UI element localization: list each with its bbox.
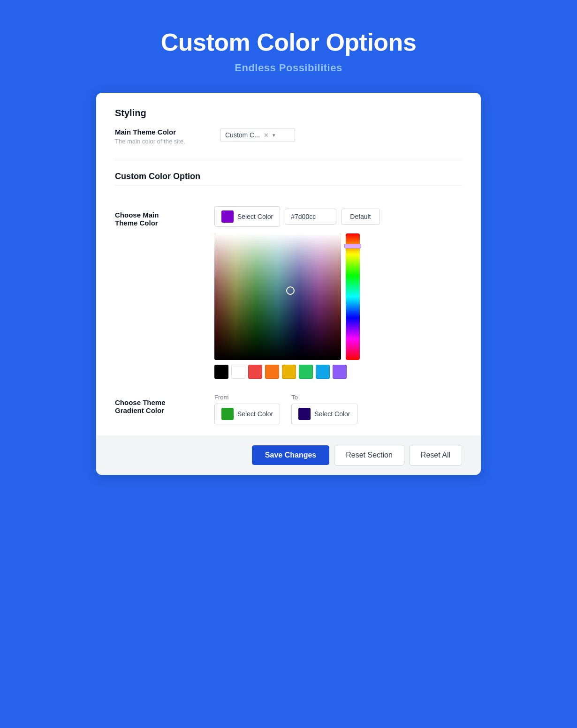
from-color-swatch (221, 408, 234, 420)
gradient-black-layer (214, 233, 341, 360)
save-changes-button[interactable]: Save Changes (252, 445, 329, 465)
gradient-from-group: From Select Color (214, 394, 280, 424)
reset-all-button[interactable]: Reset All (409, 445, 462, 465)
reset-section-button[interactable]: Reset Section (334, 445, 404, 465)
color-swatches (214, 365, 462, 379)
swatch-orange[interactable] (265, 365, 279, 379)
swatch-white[interactable] (231, 365, 245, 379)
gradient-bg (214, 233, 341, 360)
to-btn-label: Select Color (314, 410, 350, 418)
main-theme-color-row: Choose Main Theme Color Select Color Def… (115, 206, 462, 379)
settings-card: Styling Main Theme Color The main color … (96, 93, 481, 475)
gradient-canvas[interactable] (214, 233, 341, 360)
styling-section: Styling Main Theme Color The main color … (115, 108, 462, 149)
swatch-blue[interactable] (316, 365, 330, 379)
swatch-yellow[interactable] (282, 365, 296, 379)
gradient-to-label: To (291, 394, 357, 401)
theme-color-select[interactable]: Custom C... ✕ ▾ (220, 128, 295, 142)
chevron-down-icon[interactable]: ▾ (273, 132, 275, 138)
hue-slider[interactable] (346, 233, 360, 360)
card-body: Styling Main Theme Color The main color … (96, 93, 481, 424)
gradient-controls: From Select Color To Select Color (214, 394, 357, 424)
swatch-purple[interactable] (333, 365, 347, 379)
select-color-button-to[interactable]: Select Color (291, 404, 357, 424)
color-picker (214, 233, 462, 360)
swatch-black[interactable] (214, 365, 228, 379)
swatch-red[interactable] (248, 365, 262, 379)
main-theme-field: Main Theme Color The main color of the s… (115, 128, 462, 149)
default-button[interactable]: Default (341, 209, 380, 225)
field-description: The main color of the site. (115, 138, 209, 145)
main-theme-color-label: Choose Main Theme Color (115, 206, 199, 227)
select-color-button-main[interactable]: Select Color (214, 206, 280, 227)
gradient-color-row: Choose Theme Gradient Color From Select … (115, 394, 462, 424)
hex-input-main[interactable] (285, 209, 336, 225)
hue-slider-column (346, 233, 360, 360)
select-color-label: Select Color (237, 213, 273, 220)
color-section: Choose Main Theme Color Select Color Def… (115, 197, 462, 424)
page-title: Custom Color Options (161, 28, 417, 56)
gradient-to-group: To Select Color (291, 394, 357, 424)
select-color-button-from[interactable]: Select Color (214, 404, 280, 424)
swatch-green[interactable] (299, 365, 313, 379)
main-color-swatch (221, 210, 234, 223)
sub-section-divider (115, 185, 462, 186)
page-subtitle: Endless Possibilities (161, 62, 417, 74)
hue-slider-handle[interactable] (344, 244, 361, 248)
color-btn-row: Select Color Default (214, 206, 462, 227)
section-title: Styling (115, 108, 462, 119)
field-info: Main Theme Color The main color of the s… (115, 128, 209, 149)
section-divider (115, 160, 462, 160)
card-footer: Save Changes Reset Section Reset All (96, 435, 481, 475)
gradient-color-label: Choose Theme Gradient Color (115, 394, 199, 414)
to-color-swatch (298, 408, 311, 420)
main-theme-color-controls: Select Color Default (214, 206, 462, 379)
page-header: Custom Color Options Endless Possibiliti… (161, 28, 417, 74)
from-btn-label: Select Color (237, 410, 273, 418)
select-value: Custom C... (225, 131, 260, 139)
field-label: Main Theme Color (115, 128, 209, 136)
sub-section-title: Custom Color Option (115, 172, 462, 181)
gradient-from-label: From (214, 394, 280, 401)
clear-icon[interactable]: ✕ (264, 132, 269, 139)
